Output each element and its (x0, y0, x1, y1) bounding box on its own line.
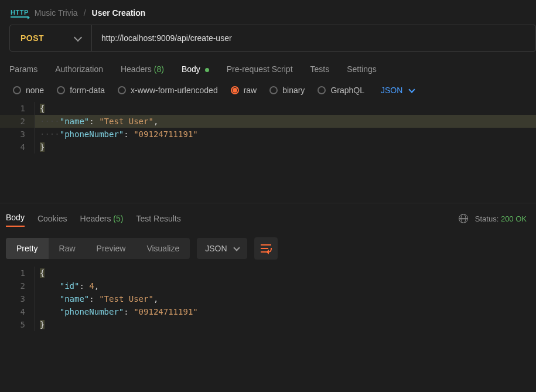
resp-name-value: "Test User" (99, 294, 153, 304)
response-section: Body Cookies Headers (5) Test Results St… (0, 203, 536, 378)
url-input[interactable] (92, 25, 535, 51)
status-label: Status: (475, 214, 499, 223)
req-name-value: "Test User" (99, 117, 153, 126)
resp-tab-tests[interactable]: Test Results (136, 212, 180, 226)
breadcrumb: HTTP Music Trivia / User Creation (0, 0, 536, 25)
http-icon: HTTP (11, 9, 29, 18)
tab-body-label: Body (182, 64, 200, 74)
view-preview[interactable]: Preview (86, 238, 136, 259)
radio-icon (118, 86, 126, 94)
chevron-down-icon (74, 33, 82, 41)
radio-icon (13, 86, 21, 94)
response-format-label: JSON (205, 244, 227, 253)
chevron-down-icon (409, 86, 415, 93)
tab-tests[interactable]: Tests (310, 64, 330, 74)
response-tabs: Body Cookies Headers (5) Test Results (6, 210, 181, 227)
response-body-viewer[interactable]: 1{ 2 "id": 4, 3 "name": "Test User", 4 "… (0, 267, 536, 378)
radio-urlencoded[interactable]: x-www-form-urlencoded (118, 86, 218, 95)
tab-params[interactable]: Params (9, 64, 37, 74)
tab-body[interactable]: Body (182, 64, 209, 74)
resp-tab-headers[interactable]: Headers (5) (80, 212, 124, 226)
radio-icon (57, 86, 65, 94)
wrap-lines-button[interactable] (254, 237, 278, 260)
radio-icon (231, 86, 239, 94)
tab-settings[interactable]: Settings (347, 64, 377, 74)
view-visualize[interactable]: Visualize (136, 238, 190, 259)
tab-prerequest[interactable]: Pre-request Script (227, 64, 293, 74)
radio-graphql[interactable]: GraphQL (317, 86, 364, 95)
method-select[interactable]: POST (10, 25, 92, 51)
tab-authorization[interactable]: Authorization (55, 64, 103, 74)
body-format-select[interactable]: JSON (377, 86, 414, 95)
resp-tab-cookies[interactable]: Cookies (37, 212, 67, 226)
req-phone-value: "09124711191" (134, 129, 198, 139)
status-value: 200 OK (501, 214, 527, 223)
globe-icon[interactable] (459, 214, 468, 223)
body-format-label: JSON (381, 86, 402, 95)
breadcrumb-separator: / (84, 8, 86, 18)
radio-icon (269, 86, 278, 94)
response-status: Status: 200 OK (459, 214, 527, 223)
response-toolbar: Pretty Raw Preview Visualize JSON (0, 231, 536, 267)
wrap-icon (261, 244, 271, 253)
radio-formdata[interactable]: form-data (57, 86, 105, 95)
resp-tab-headers-count: (5) (113, 214, 123, 223)
view-raw[interactable]: Raw (49, 238, 86, 259)
radio-none[interactable]: none (13, 86, 44, 95)
resp-phone-value: "09124711191" (134, 307, 198, 316)
view-pretty[interactable]: Pretty (6, 238, 49, 259)
radio-raw[interactable]: raw (231, 86, 257, 95)
request-bar: POST (9, 25, 536, 52)
tab-headers-label: Headers (121, 64, 152, 74)
body-type-options: none form-data x-www-form-urlencoded raw… (0, 82, 536, 102)
request-body-editor[interactable]: 1{ 2····"name": "Test User", 3····"phone… (0, 102, 536, 200)
request-tabs: Params Authorization Headers (8) Body Pr… (0, 52, 536, 82)
resp-tab-body[interactable]: Body (6, 210, 25, 227)
tab-headers[interactable]: Headers (8) (121, 64, 164, 74)
radio-icon (317, 86, 326, 94)
breadcrumb-collection[interactable]: Music Trivia (35, 8, 78, 18)
resp-tab-headers-label: Headers (80, 214, 111, 223)
resp-id-value: 4 (89, 281, 94, 291)
chevron-down-icon (233, 244, 240, 251)
response-format-select[interactable]: JSON (197, 238, 247, 259)
body-modified-dot-icon (205, 68, 209, 72)
radio-binary[interactable]: binary (269, 86, 305, 95)
breadcrumb-item[interactable]: User Creation (92, 8, 146, 18)
method-label: POST (21, 33, 44, 43)
tab-headers-count: (8) (154, 64, 164, 74)
response-view-group: Pretty Raw Preview Visualize (6, 238, 190, 259)
